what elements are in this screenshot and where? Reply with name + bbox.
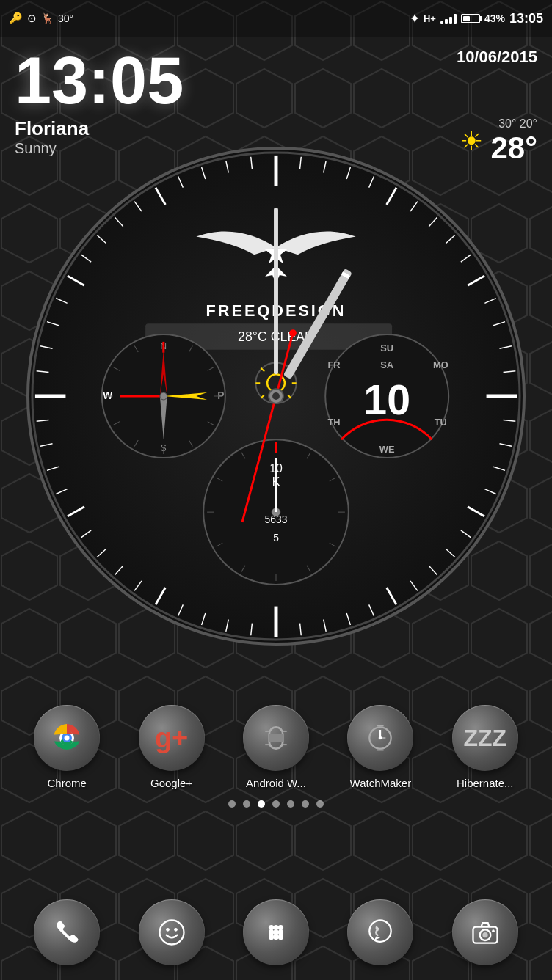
googleplus-label: Google+ <box>150 777 192 789</box>
app-dock: Chrome g+ Google+ Android W... <box>0 705 552 819</box>
svg-line-41 <box>251 624 253 636</box>
svg-line-42 <box>226 619 228 631</box>
watchmaker-icon <box>364 722 396 754</box>
svg-text:10: 10 <box>363 376 410 423</box>
svg-line-34 <box>446 549 454 557</box>
svg-point-168 <box>482 932 487 937</box>
svg-point-156 <box>269 925 274 930</box>
svg-line-17 <box>300 157 302 169</box>
svg-line-21 <box>410 202 418 212</box>
dock-item-apps[interactable] <box>243 899 309 965</box>
hibernate-icon: ZZZ <box>463 725 506 752</box>
androidwear-icon-circle[interactable] <box>243 705 309 771</box>
animal-icon: 🦌 <box>41 12 54 24</box>
svg-rect-132 <box>274 208 278 374</box>
svg-point-165 <box>370 921 391 942</box>
svg-text:P: P <box>217 390 224 401</box>
page-dot-1[interactable] <box>228 800 236 808</box>
dock-item-whatsapp[interactable] <box>347 899 413 965</box>
svg-line-40 <box>300 624 302 636</box>
dock-item-phone[interactable] <box>34 899 100 965</box>
svg-line-30 <box>499 444 511 446</box>
svg-line-36 <box>410 581 418 591</box>
svg-line-25 <box>484 299 495 304</box>
location-name: Floriana <box>15 117 89 140</box>
page-dot-3[interactable] <box>258 800 265 808</box>
googleplus-icon-circle[interactable]: g+ <box>139 705 205 771</box>
page-dot-7[interactable] <box>316 800 324 808</box>
svg-line-24 <box>461 255 471 262</box>
hibernate-icon-circle[interactable]: ZZZ <box>452 705 518 771</box>
grid-icon <box>260 916 292 948</box>
svg-line-49 <box>56 489 67 494</box>
svg-point-150 <box>379 736 382 740</box>
svg-line-63 <box>226 161 228 172</box>
svg-point-161 <box>278 929 283 935</box>
svg-line-6 <box>387 188 396 205</box>
camera-icon <box>469 916 501 948</box>
svg-point-160 <box>273 929 278 935</box>
svg-line-7 <box>468 276 484 285</box>
svg-point-101 <box>160 392 167 400</box>
svg-line-37 <box>369 604 374 615</box>
smiley-icon <box>156 916 188 948</box>
battery-icon <box>461 14 480 23</box>
svg-line-46 <box>115 566 123 574</box>
svg-line-64 <box>251 157 253 169</box>
app-item-hibernate[interactable]: ZZZ Hibernate... <box>452 705 518 789</box>
watch-container[interactable]: FREEQDESIGN 28°C CLEAR N S <box>26 147 526 646</box>
svg-line-16 <box>156 188 165 205</box>
svg-line-55 <box>47 322 59 326</box>
svg-line-57 <box>81 255 92 262</box>
status-time: 13:05 <box>509 11 543 26</box>
svg-text:FR: FR <box>328 359 341 370</box>
svg-text:SU: SU <box>380 343 393 354</box>
svg-text:W: W <box>103 390 113 401</box>
svg-line-58 <box>97 235 106 243</box>
page-dot-2[interactable] <box>243 800 250 808</box>
chrome-icon <box>49 720 84 756</box>
watchmaker-icon-circle[interactable] <box>347 705 413 771</box>
svg-line-26 <box>493 322 505 326</box>
chrome-icon-circle[interactable] <box>34 705 100 771</box>
svg-point-158 <box>278 925 283 930</box>
svg-line-27 <box>499 346 511 348</box>
svg-line-33 <box>461 530 471 538</box>
status-right-icons: ✦ H+ 43% 13:05 <box>410 11 543 26</box>
dock-item-messages[interactable] <box>139 899 205 965</box>
app-item-androidwear[interactable]: Android W... <box>243 705 309 789</box>
svg-point-154 <box>166 928 170 932</box>
svg-line-53 <box>37 371 49 373</box>
androidwear-icon <box>260 722 292 754</box>
svg-line-20 <box>369 176 374 187</box>
svg-rect-142 <box>269 734 283 742</box>
dock-item-camera[interactable] <box>452 899 518 965</box>
app-item-chrome[interactable]: Chrome <box>34 705 100 789</box>
svg-line-47 <box>97 549 106 557</box>
svg-line-59 <box>115 217 123 226</box>
svg-point-169 <box>492 929 495 932</box>
app-item-googleplus[interactable]: g+ Google+ <box>139 705 205 789</box>
page-dot-6[interactable] <box>302 800 309 808</box>
svg-point-153 <box>159 921 184 945</box>
svg-line-22 <box>429 217 437 226</box>
svg-line-51 <box>40 444 52 446</box>
page-indicators <box>0 800 552 808</box>
page-dot-4[interactable] <box>272 800 280 808</box>
svg-line-60 <box>134 202 142 212</box>
svg-line-44 <box>178 604 184 615</box>
watchmaker-label: WatchMaker <box>350 777 412 789</box>
svg-line-28 <box>504 371 516 373</box>
googleplus-icon: g+ <box>155 723 188 754</box>
app-item-watchmaker[interactable]: WatchMaker <box>347 705 413 789</box>
svg-text:MO: MO <box>433 359 448 370</box>
page-dot-5[interactable] <box>287 800 294 808</box>
svg-point-140 <box>65 736 70 741</box>
svg-line-19 <box>346 167 350 179</box>
watch-svg: FREEQDESIGN 28°C CLEAR N S <box>29 150 523 643</box>
svg-text:TU: TU <box>435 417 447 428</box>
svg-line-61 <box>178 176 184 187</box>
svg-line-15 <box>68 276 84 285</box>
signal-icon <box>440 12 457 24</box>
svg-point-164 <box>278 935 283 940</box>
